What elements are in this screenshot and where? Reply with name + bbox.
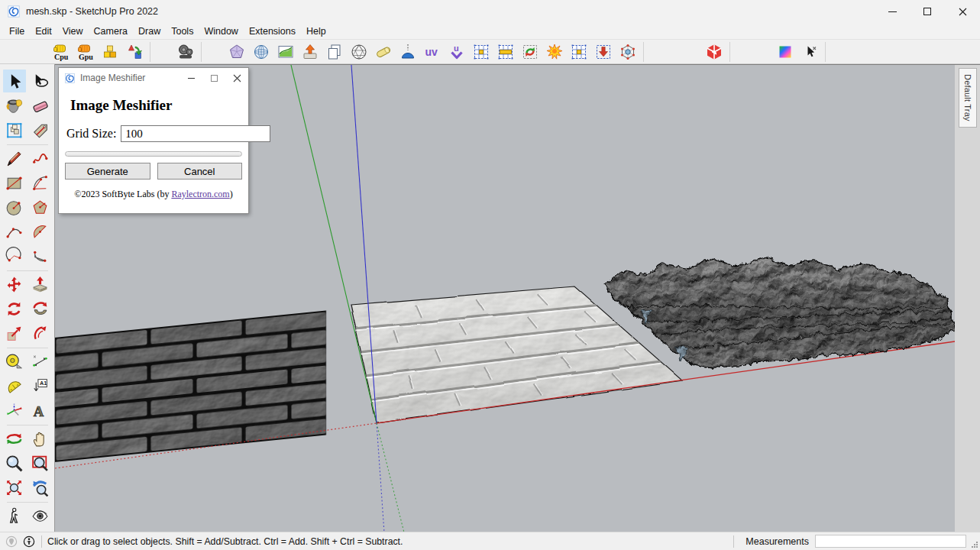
orbit-tool-icon[interactable] [3,427,26,450]
line-tool-icon[interactable] [3,147,26,170]
eraser-tool-icon[interactable] [29,94,52,117]
dimension-tool-icon[interactable] [29,350,52,373]
copy-pages-icon[interactable] [322,40,347,63]
follow-me-tool-icon[interactable] [29,297,52,320]
dialog-minimize-button[interactable] [180,70,202,86]
walk-tool-icon[interactable] [3,504,26,527]
menu-extensions[interactable]: Extensions [244,23,301,40]
palette-separator [7,348,48,348]
svg-text:Gpu: Gpu [79,52,93,60]
paint-bucket-tool-icon[interactable] [3,94,26,117]
svg-text:A1: A1 [40,380,47,387]
default-tray-tab[interactable]: Default Tray [959,68,977,128]
export-model-icon[interactable] [298,40,322,63]
raylectron-link[interactable]: Raylectron.com [171,189,229,199]
grid-infill-icon[interactable] [469,40,493,63]
zoom-extents-tool-icon[interactable] [3,476,26,499]
tag-tool-icon[interactable] [29,118,52,141]
rectangle-tool-icon[interactable] [3,171,26,194]
pan-tool-icon[interactable] [29,427,52,450]
arc-segment-tool-icon[interactable] [29,244,52,267]
maximize-button[interactable] [910,0,945,23]
batch-render-icon[interactable] [98,40,122,63]
two-point-arc-tool-icon[interactable] [3,220,26,243]
geolocation-icon[interactable] [5,535,18,548]
menu-camera[interactable]: Camera [89,23,133,40]
grid-strip-icon[interactable] [493,40,518,63]
menu-edit[interactable]: Edit [30,23,57,40]
wire-globe-icon[interactable] [249,40,273,63]
dialog-maximize-button[interactable] [202,70,225,86]
close-button[interactable] [945,0,980,23]
palette-row [3,322,52,345]
explode-burst-icon[interactable] [542,40,567,63]
dialog-titlebar[interactable]: Image Meshifier [59,68,248,88]
dialog-title: Image Meshifier [80,73,180,83]
axes-tool-icon[interactable] [3,399,26,422]
gpu-render-icon[interactable]: Gpu [73,40,98,63]
scale-tool-icon[interactable] [3,322,26,345]
import-drop-icon[interactable] [591,40,616,63]
move-tool-icon[interactable] [3,273,26,296]
menu-draw[interactable]: Draw [133,23,166,40]
progress-bar [65,151,242,157]
protractor-tool-icon[interactable] [3,374,26,397]
circle-tool-icon[interactable] [3,196,26,218]
palette-row [3,350,52,373]
menu-window[interactable]: Window [199,23,243,40]
zoom-tool-icon[interactable] [3,451,26,474]
rotated-rectangle-tool-icon[interactable] [29,171,52,194]
look-around-tool-icon[interactable] [29,504,52,527]
resize-grip[interactable] [971,541,978,548]
uv-tools-icon[interactable]: uv [420,40,445,63]
make-component-tool-icon[interactable] [3,118,26,141]
default-tray-label: Default Tray [963,74,972,121]
menu-file[interactable]: File [4,23,30,40]
lasso-select-tool-icon[interactable] [29,70,52,92]
cylinder-icon[interactable] [371,40,396,63]
palette-row: A [3,399,52,422]
raylectron-icon[interactable] [702,40,726,63]
report-chart-icon[interactable] [273,40,298,63]
credits-icon[interactable] [22,535,36,548]
minimize-button[interactable] [875,0,910,23]
cursor-select-icon[interactable] [797,40,822,63]
animation-icon[interactable] [173,40,198,63]
rotate-tool-icon[interactable] [3,297,26,320]
unwrap-u-icon[interactable]: u [445,40,469,63]
cpu-render-icon[interactable]: Cpu [49,40,73,63]
regenerate-icon[interactable] [518,40,542,63]
brick-texture-plane[interactable] [55,310,326,462]
toolbar-group-4 [773,40,822,64]
freehand-tool-icon[interactable] [29,147,52,170]
menu-tools[interactable]: Tools [166,23,199,40]
plumb-bob-icon[interactable] [396,40,420,63]
palette-row [3,427,52,450]
polyhedron-icon[interactable] [225,40,249,63]
convert-geometry-icon[interactable] [122,40,147,63]
generate-button[interactable]: Generate [65,163,150,180]
grid-infill-2-icon[interactable] [567,40,591,63]
offset-tool-icon[interactable] [29,322,52,345]
tape-measure-tool-icon[interactable] [3,350,26,373]
menu-help[interactable]: Help [301,23,332,40]
select-tool-icon[interactable] [3,70,26,92]
previous-view-tool-icon[interactable] [29,476,52,499]
polygon-tool-icon[interactable] [29,196,52,218]
grid-size-input[interactable] [121,125,270,142]
menu-view[interactable]: View [57,23,89,40]
three-point-arc-tool-icon[interactable] [3,244,26,267]
vertex-inspector-icon[interactable] [616,40,640,63]
palette-row [3,196,52,218]
push-pull-tool-icon[interactable] [29,273,52,296]
geodesic-sphere-icon[interactable] [347,40,371,63]
palette-row: A1 [3,374,52,397]
zoom-window-tool-icon[interactable] [29,451,52,474]
cancel-button[interactable]: Cancel [157,163,243,180]
pie-tool-icon[interactable] [29,220,52,243]
text-tool-icon[interactable]: A1 [29,374,52,397]
3d-text-tool-icon[interactable]: A [29,399,52,422]
measurements-input[interactable] [815,535,966,548]
dialog-close-button[interactable] [225,70,248,86]
color-swatch-icon[interactable] [773,40,797,63]
